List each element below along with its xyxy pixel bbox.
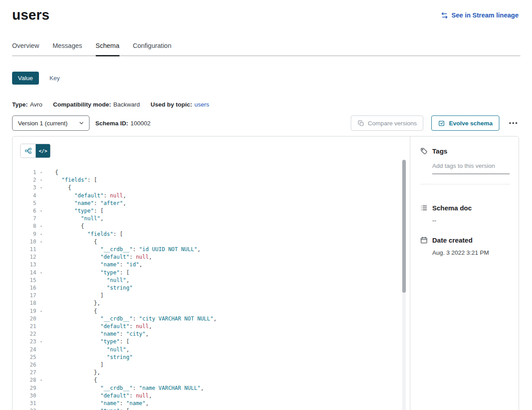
code-text: "type": [ xyxy=(55,407,129,410)
topic-label: Used by topic: xyxy=(151,101,192,108)
line-number: 20 xyxy=(20,315,36,323)
compare-versions-button[interactable]: Compare versions xyxy=(351,115,424,131)
value-toggle-button[interactable]: Value xyxy=(12,72,39,85)
code-line: 11 "__crdb__": "id UUID NOT NULL", xyxy=(20,246,410,253)
fold-toggle-icon[interactable]: ▾ xyxy=(38,184,44,192)
code-line: 25 "string" xyxy=(20,354,410,361)
topic-meta: Used by topic:users xyxy=(151,101,209,108)
fold-toggle-icon[interactable]: ▾ xyxy=(38,207,44,215)
tree-view-icon xyxy=(25,147,32,154)
calendar-icon xyxy=(420,236,428,244)
code-line: 13 "name": "id", xyxy=(20,261,410,269)
code-line: 19▾ { xyxy=(20,308,410,315)
fold-toggle-icon[interactable]: ▾ xyxy=(38,169,44,176)
tab-configuration[interactable]: Configuration xyxy=(133,42,171,55)
compare-icon xyxy=(358,120,364,127)
code-text: { xyxy=(55,308,97,315)
code-text: "default": null, xyxy=(55,253,152,261)
line-number: 7 xyxy=(20,215,36,222)
line-number: 11 xyxy=(20,246,36,253)
tree-view-button[interactable] xyxy=(21,144,35,158)
tab-bar: Overview Messages Schema Configuration xyxy=(12,42,520,56)
line-number: 15 xyxy=(20,277,36,284)
tag-icon xyxy=(420,147,428,155)
add-tags-input[interactable] xyxy=(432,161,510,174)
code-view-button[interactable]: </> xyxy=(35,144,50,158)
code-line: 6▾ "type": [ xyxy=(20,207,410,215)
version-select[interactable]: Version 1 (current) xyxy=(12,115,89,131)
fold-spacer xyxy=(38,369,44,376)
fold-spacer xyxy=(38,354,44,361)
code-line: 3▾ { xyxy=(20,184,410,192)
fold-toggle-icon[interactable]: ▾ xyxy=(38,238,44,246)
ellipsis-icon xyxy=(508,119,518,128)
fold-spacer xyxy=(38,215,44,222)
schema-id: Schema ID:100002 xyxy=(95,120,151,127)
code-line: 30 "default": null, xyxy=(20,392,410,400)
key-toggle-button[interactable]: Key xyxy=(49,72,61,85)
code-text: "type": [ xyxy=(55,207,103,215)
code-line: 7 "null", xyxy=(20,215,410,222)
code-line: 29 "__crdb__": "name VARCHAR NULL", xyxy=(20,384,410,392)
compatibility-label: Compatibility mode: xyxy=(53,101,111,108)
tab-schema[interactable]: Schema xyxy=(96,42,119,56)
code-text: "type": [ xyxy=(55,269,129,277)
tab-messages[interactable]: Messages xyxy=(52,42,82,55)
chevron-down-icon xyxy=(78,120,85,126)
tab-overview[interactable]: Overview xyxy=(12,42,39,55)
fold-toggle-icon[interactable]: ▾ xyxy=(38,222,44,230)
fold-spacer xyxy=(38,323,44,330)
fold-toggle-icon[interactable]: ▾ xyxy=(38,269,44,277)
line-number: 32 xyxy=(20,407,36,410)
code-text: { xyxy=(55,376,97,384)
editor-scrollbar[interactable] xyxy=(402,160,406,410)
evolve-schema-label: Evolve schema xyxy=(449,120,493,127)
fold-toggle-icon[interactable]: ▾ xyxy=(38,376,44,384)
stream-lineage-icon xyxy=(441,12,448,19)
line-number: 29 xyxy=(20,384,36,392)
line-number: 19 xyxy=(20,308,36,315)
evolve-schema-button[interactable]: Evolve schema xyxy=(431,115,499,131)
fold-toggle-icon[interactable]: ▾ xyxy=(38,407,44,410)
stream-lineage-label: See in Stream lineage xyxy=(451,12,519,19)
code-text: "name": "city", xyxy=(55,330,149,338)
more-options-button[interactable] xyxy=(507,117,519,129)
type-meta: Type:Avro xyxy=(12,101,43,108)
date-created-header: Date created xyxy=(420,236,510,244)
code-text: { xyxy=(55,238,97,246)
code-text: { xyxy=(55,169,58,176)
code-line: 27 }, xyxy=(20,369,410,376)
code-line: 4 "default": null, xyxy=(20,192,410,200)
code-text: }, xyxy=(55,299,100,307)
code-line: 22 "name": "city", xyxy=(20,330,410,338)
schema-meta: Type:Avro Compatibility mode:Backward Us… xyxy=(12,101,532,108)
fold-toggle-icon[interactable]: ▾ xyxy=(38,231,44,238)
fold-toggle-icon[interactable]: ▾ xyxy=(38,308,44,315)
tags-header: Tags xyxy=(420,147,510,155)
fold-spacer xyxy=(38,299,44,307)
fold-toggle-icon[interactable]: ▾ xyxy=(38,338,44,346)
value-key-toggle: Value Key xyxy=(12,72,532,85)
code-view-icon: </> xyxy=(39,148,47,154)
code-text: "null", xyxy=(55,346,129,354)
line-number: 9 xyxy=(20,231,36,238)
line-number: 3 xyxy=(20,184,36,192)
line-number: 2 xyxy=(20,176,36,184)
scrollbar-thumb[interactable] xyxy=(402,160,406,293)
schema-panel: </> 1▾{2▾ "fields": [3▾ {4 "default": nu… xyxy=(12,136,519,410)
code-text: "default": null, xyxy=(55,323,152,330)
topic-link[interactable]: users xyxy=(195,101,209,108)
fold-toggle-icon[interactable]: ▾ xyxy=(38,176,44,184)
code-text: "name": "name", xyxy=(55,400,149,407)
fold-spacer xyxy=(38,346,44,354)
schema-page: users See in Stream lineage Overview Mes… xyxy=(0,0,532,410)
fold-spacer xyxy=(38,384,44,392)
line-number: 12 xyxy=(20,253,36,261)
code-text: "type": [ xyxy=(55,338,129,346)
fold-spacer xyxy=(38,246,44,253)
controls-right: Compare versions Evolve schema xyxy=(351,115,519,131)
code-line: 18 }, xyxy=(20,299,410,307)
list-icon xyxy=(420,204,428,212)
stream-lineage-link[interactable]: See in Stream lineage xyxy=(441,12,519,19)
schema-doc-header: Schema doc xyxy=(420,204,510,212)
